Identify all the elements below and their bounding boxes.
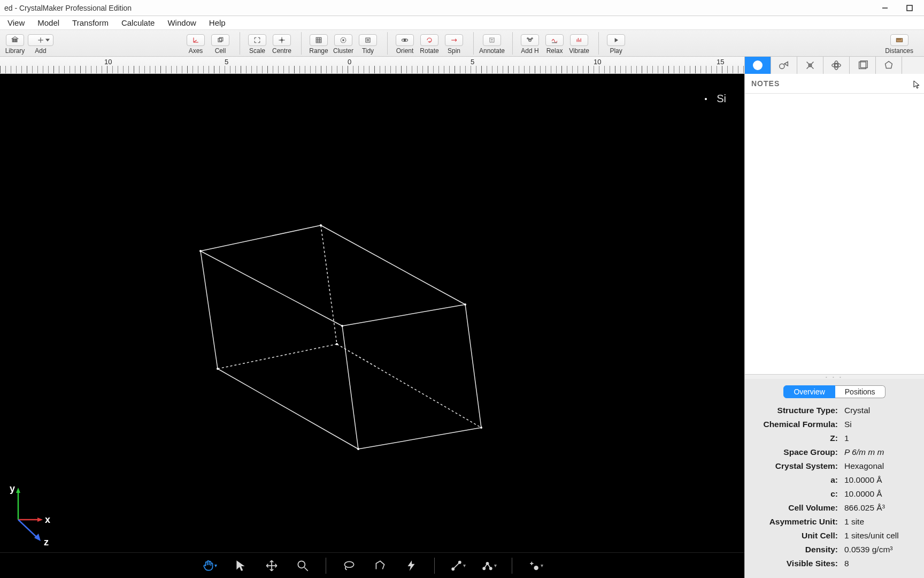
molecule-tool[interactable]: ▾ [481,558,497,574]
vibrate-icon [570,34,588,46]
tab-positions[interactable]: Positions [835,385,886,398]
addh-label: Add H [521,47,538,55]
svg-point-63 [480,427,482,429]
minimize-button[interactable] [873,1,897,16]
svg-point-64 [357,448,359,450]
move-tool[interactable] [264,558,280,574]
relax-button[interactable]: Relax [543,34,566,55]
maximize-button[interactable] [897,1,922,16]
addh-button[interactable]: Add H [518,34,542,55]
menu-window[interactable]: Window [167,18,196,27]
scale-button[interactable]: Scale [245,34,269,55]
menu-transform[interactable]: Transform [72,18,109,27]
prop-label: Structure Type [750,406,841,415]
svg-rect-1 [907,5,912,11]
menu-view[interactable]: View [7,18,25,27]
prop-value: 1 site [841,517,864,527]
menu-help[interactable]: Help [209,18,226,27]
legend-dot [705,98,707,100]
ruler-ticks: 10 5 0 5 10 15 [0,57,744,73]
workarea: 10 5 0 5 10 15 [0,57,924,578]
svg-rect-11 [218,38,221,41]
inspector-tab-atom[interactable] [823,57,850,74]
svg-line-83 [487,563,490,568]
svg-point-61 [217,368,219,370]
tripod-z-label: z [44,537,49,546]
centre-button[interactable]: Centre [270,34,294,55]
rotate-button[interactable]: Rotate [418,34,441,55]
inspector-tab-symmetry[interactable] [876,57,902,74]
svg-rect-3 [14,39,15,42]
hand-tool[interactable]: ▾ [202,558,218,574]
svg-line-78 [453,562,459,568]
prop-label: Crystal System [750,461,841,471]
menu-model[interactable]: Model [37,18,59,27]
axes-button[interactable]: Axes [184,34,207,55]
svg-line-46 [321,225,465,305]
cell-button[interactable]: Cell [209,34,232,55]
plus-icon [28,34,53,46]
svg-point-90 [780,64,784,69]
orient-button[interactable]: Orient [393,34,417,55]
library-button[interactable]: Library [3,34,27,55]
spin-button[interactable]: Spin [442,34,466,55]
svg-rect-5 [16,39,17,42]
menu-bar: View Model Transform Calculate Window He… [0,16,924,30]
bolt-tool[interactable] [403,558,419,574]
inspector-tab-render[interactable] [771,57,797,74]
ruler-label: 5 [225,58,228,66]
tripod-x-label: x [45,514,50,525]
inspector-tab-lattice[interactable] [850,57,876,74]
tidy-icon [359,34,377,46]
svg-point-59 [464,303,466,306]
tab-overview[interactable]: Overview [783,385,835,398]
scale-icon [248,34,266,46]
range-button[interactable]: Range [307,34,330,55]
panel-splitter[interactable] [745,375,924,379]
svg-rect-2 [12,39,13,42]
zoom-tool[interactable] [295,558,311,574]
centre-icon [273,34,291,46]
relax-label: Relax [546,47,563,55]
inspector-tab-info[interactable] [745,57,771,74]
svg-line-55 [218,344,337,369]
svg-line-74 [304,567,308,571]
polygon-tool[interactable] [372,558,388,574]
add-button[interactable]: Add [28,34,53,55]
arrow-tool[interactable] [233,558,249,574]
svg-line-82 [484,563,487,568]
prop-value: P 6/m m m [841,447,884,457]
inspector-tab-tools[interactable] [797,57,823,74]
title-bar: ed - CrystalMaker Professional Edition [0,0,924,16]
tidy-button[interactable]: Tidy [356,34,380,55]
ruler-label: 15 [717,58,724,66]
cluster-button[interactable]: Cluster [332,34,355,55]
svg-line-48 [342,305,465,326]
viewport[interactable]: Si y x z ▾ [0,74,744,578]
notes-heading: NOTES [745,74,924,94]
svg-marker-68 [37,518,43,522]
bond-tool[interactable]: ▾ [450,558,466,574]
svg-line-52 [218,369,358,449]
svg-line-51 [342,326,358,449]
addh-icon [521,34,539,46]
prop-value: 1 sites/unit cell [841,531,899,541]
axes-icon [187,34,205,46]
prop-label: Density [750,545,841,554]
vibrate-button[interactable]: Vibrate [567,34,591,55]
distances-button[interactable]: Distances [885,34,913,55]
prop-value: 1 [841,434,849,443]
add-atom-tool[interactable]: ▾ [527,558,543,574]
prop-value: Si [841,420,852,429]
annotate-button[interactable]: T Annotate [479,34,505,55]
lasso-tool[interactable] [341,558,357,574]
svg-line-10 [194,40,197,42]
menu-calculate[interactable]: Calculate [121,18,155,27]
axes-label: Axes [189,47,203,55]
svg-marker-97 [886,62,892,69]
spin-label: Spin [448,47,460,55]
mouse-cursor [913,80,921,89]
svg-line-49 [201,251,218,369]
play-button[interactable]: Play [604,34,628,55]
notes-textarea[interactable] [745,94,924,375]
